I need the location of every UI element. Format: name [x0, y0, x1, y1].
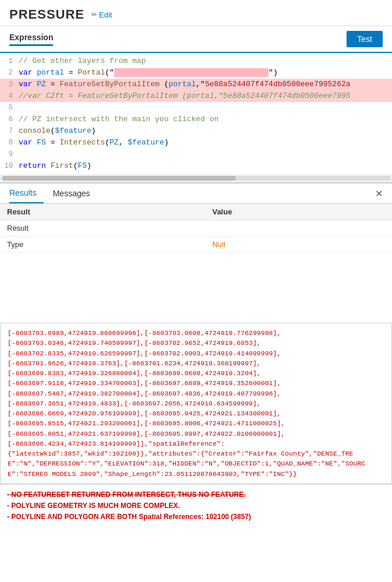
code-line-5: 5: [0, 102, 392, 114]
code-line-1: 1 // Get other layers from map: [0, 55, 392, 67]
result-value: [205, 220, 392, 237]
result-label: Result: [0, 220, 205, 237]
close-icon[interactable]: ✕: [375, 188, 383, 199]
code-line-10: 10 return First(FS): [0, 160, 392, 172]
note-line-1: - NO FEATURESET RETURNED FROM INTERSECT,…: [7, 489, 385, 500]
code-line-9: 9: [0, 149, 392, 160]
code-line-4: 4 //var C2ft = FeatureSetByPortalItem (p…: [0, 90, 392, 102]
code-line-8: 8 var FS = Intersects(PZ, $feature): [0, 137, 392, 149]
results-section: Results Messages ✕ Result Value Result T…: [0, 183, 392, 323]
test-button[interactable]: Test: [347, 31, 383, 47]
code-line-7: 7 console($feature): [0, 125, 392, 137]
col-value-header: Value: [205, 204, 392, 220]
results-empty-space: [0, 253, 392, 323]
table-header-row: Result Value: [0, 204, 392, 220]
code-lines: 1 // Get other layers from map 2 var por…: [0, 53, 392, 174]
table-row-result: Result: [0, 220, 392, 237]
scrollbar-thumb[interactable]: [2, 176, 236, 181]
type-value: Null: [205, 237, 392, 253]
code-line-2: 2 var portal = Portal(" "): [0, 67, 392, 79]
pencil-icon: ✏: [91, 10, 97, 19]
code-line-6: 6 // PZ intersect with the main you clic…: [0, 114, 392, 125]
tab-expression[interactable]: Expression: [9, 33, 53, 46]
note-line-2: - POLYLINE GEOMETRY IS MUCH MORE COMPLEX…: [7, 500, 385, 512]
type-label: Type: [0, 237, 205, 253]
output-content[interactable]: [-8603703.0989,4724919.860699996],[-8603…: [1, 323, 391, 484]
page-title: PRESSURE: [9, 7, 84, 22]
edit-label: Edit: [99, 10, 112, 19]
tab-messages[interactable]: Messages: [53, 184, 97, 203]
table-row-type: Type Null: [0, 237, 392, 253]
page-header: PRESSURE ✏ Edit: [0, 0, 392, 26]
code-line-3: 3 var PZ = FeatureSetByPortalItem (porta…: [0, 79, 392, 90]
col-result-header: Result: [0, 204, 205, 220]
note-line-3: - POLYLINE AND POLYGON ARE BOTH Spatial …: [7, 512, 385, 523]
expression-header: Expression Test: [0, 26, 392, 53]
horizontal-scrollbar[interactable]: [0, 174, 392, 182]
output-section: [-8603703.0989,4724919.860699996],[-8603…: [0, 323, 392, 484]
results-tabs: Results Messages ✕: [0, 184, 392, 204]
results-table: Result Value Result Type Null: [0, 204, 392, 253]
edit-link[interactable]: ✏ Edit: [91, 10, 112, 19]
scrollbar-track[interactable]: [1, 176, 391, 181]
code-editor: 1 // Get other layers from map 2 var por…: [0, 53, 392, 183]
tab-results[interactable]: Results: [9, 184, 44, 203]
notes-section: - NO FEATURESET RETURNED FROM INTERSECT,…: [0, 484, 392, 528]
